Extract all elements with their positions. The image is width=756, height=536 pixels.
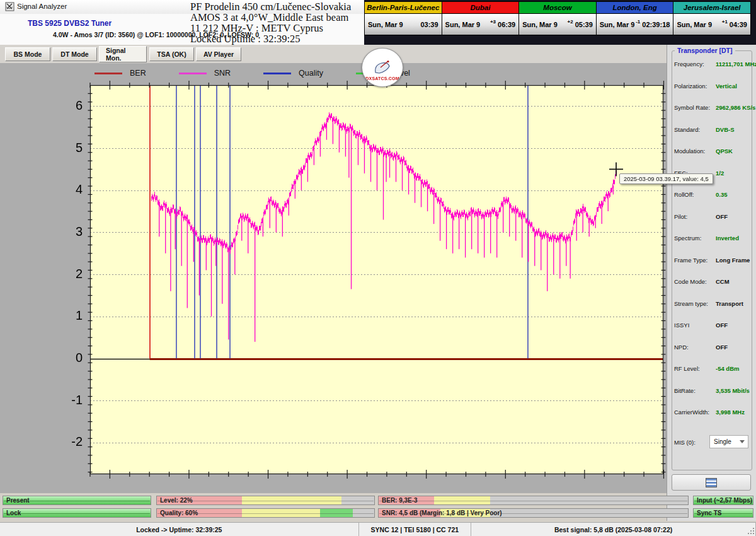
window-title: Signal Analyzer: [17, 3, 67, 10]
transponder-row-value: DVB-S: [716, 126, 735, 133]
meter-label: SNR: 4,5 dB (Margin: 1,8 dB | Very Poor): [382, 510, 502, 516]
transponder-row-value: Vertical: [716, 83, 737, 90]
meter-label: Quality: 60%: [160, 510, 198, 516]
status-green-bar: Lock: [3, 508, 151, 518]
transponder-row: Spectrum:Inverted: [674, 235, 751, 257]
statusbar-text: Locked -> Uptime: 32:39:25: [136, 526, 222, 533]
transponder-row-label: RF Level:: [674, 365, 700, 372]
transponder-row: RF Level:-54 dBm: [674, 365, 751, 387]
clock-date: Sun, Mar 9: [368, 21, 418, 28]
tab-dt-mode[interactable]: DT Mode: [52, 47, 97, 61]
transponder-row: Standard:DVB-S: [674, 126, 751, 148]
status-green-bar: Sync TS: [693, 508, 753, 518]
mis-row: MIS (0): Single: [674, 435, 751, 450]
transponder-row-label: Pilot:: [674, 213, 687, 220]
clock-body: Sun, Mar 9-102:39:18: [597, 14, 673, 35]
legend-label: BER: [130, 69, 146, 78]
transponder-rows: Frequency:11211,701 MHzPolarization:Vert…: [674, 61, 751, 431]
transponder-row-label: Modulation:: [674, 148, 705, 154]
transponder-row: CarrierWidth:3,998 MHz: [674, 409, 751, 431]
transponder-row-label: Spectrum:: [674, 235, 701, 242]
transponder-row-value: Transport: [716, 300, 743, 307]
statusbar: Locked -> Uptime: 32:39:25SYNC 12 | TEI …: [0, 522, 756, 536]
status-green-bar: Present: [3, 496, 151, 505]
clock-time: 06:39: [498, 21, 515, 28]
mis-selected-value: Single: [710, 438, 740, 445]
clock-time: 03:39: [420, 21, 438, 28]
tab-tsa-ok-[interactable]: TSA (OK): [149, 47, 194, 61]
transponder-row: BitRate:3,535 Mbit/s: [674, 387, 751, 409]
transponder-row-label: BitRate:: [674, 387, 696, 394]
clock-offset: +1: [722, 19, 728, 25]
legend-swatch: [94, 73, 122, 74]
clock-offset: +3: [490, 19, 496, 25]
meter-label: Level: 22%: [160, 497, 193, 504]
transponder-row-value: -54 dBm: [716, 365, 739, 372]
clock-city: London, Eng: [597, 2, 673, 14]
transponder-row-value: OFF: [716, 213, 728, 220]
transponder-row-label: RollOff:: [674, 191, 694, 198]
meter-midline: [379, 501, 687, 501]
transponder-row: Modulation:QPSK: [674, 148, 751, 170]
snapshot-button[interactable]: [672, 474, 751, 491]
transponder-row: Code Mode:CCM: [674, 278, 751, 300]
transponder-row: Polarization:Vertical: [674, 83, 751, 105]
legend-label: Quality: [299, 69, 323, 78]
transponder-row-label: CarrierWidth:: [674, 409, 709, 416]
transponder-title: Transponder [DT]: [675, 47, 735, 54]
tab-signal-mon-[interactable]: Signal Mon.: [99, 46, 147, 62]
clock-time: 04:39: [730, 21, 747, 28]
resize-grip[interactable]: [747, 527, 755, 535]
tab-bar: BS ModeDT ModeSignal Mon.TSA (OK)AV Play…: [0, 45, 667, 63]
transponder-row: ISSYIOFF: [674, 322, 751, 344]
annotation-line: 11 212 MHz-V : METV Cyprus: [190, 23, 351, 33]
transponder-row-label: Stream type:: [674, 300, 708, 307]
transponder-row-value: OFF: [716, 322, 728, 329]
statusbar-section: SYNC 12 | TEI 5180 | CC 721: [359, 523, 472, 536]
transponder-row: Pilot:OFF: [674, 213, 751, 235]
transponder-row: Stream type:Transport: [674, 300, 751, 322]
clock-cell: Jerusalem-IsraelSun, Mar 9+104:39: [673, 2, 750, 35]
meter-bar: BER: 9,3E-3: [378, 496, 689, 505]
transponder-row-value: 2962,986 KS/s: [716, 104, 755, 111]
mis-select[interactable]: Single: [709, 435, 748, 448]
transponder-row-label: Frequency:: [674, 61, 704, 67]
clock-date: Sun, Mar 9: [600, 21, 636, 28]
transponder-row-label: NPD:: [674, 344, 689, 351]
clock-offset: -1: [636, 19, 640, 25]
transponder-row-value: 3,998 MHz: [716, 409, 745, 416]
annotation-block: PF Prodelin 450 cm/Lučenec-Slovakia AMOS…: [190, 1, 351, 44]
tab-bs-mode[interactable]: BS Mode: [5, 47, 50, 61]
transponder-row-label: Symbol Rate:: [674, 104, 710, 111]
status-green-bar: Input (~2,57 Mbps): [693, 496, 753, 505]
transponder-row-value: Long Frame: [716, 257, 750, 264]
tab-av-player[interactable]: AV Player: [196, 47, 241, 61]
chart-tooltip: 2025-03-09 03.39.17, value: 4,5: [619, 173, 713, 184]
clock-city: Moscow: [519, 2, 596, 14]
clock-city: Dubai: [442, 2, 519, 14]
clock-body: Sun, Mar 903:39: [365, 14, 442, 35]
meter-bar: SNR: 4,5 dB (Margin: 1,8 dB | Very Poor): [378, 508, 689, 518]
transponder-row-label: Polarization:: [674, 83, 707, 90]
meter-label: Present: [6, 497, 30, 504]
clock-date: Sun, Mar 9: [445, 21, 490, 28]
meter-bar: Level: 22%: [156, 496, 375, 505]
clock-date: Sun, Mar 9: [677, 21, 721, 28]
statusbar-section: Best signal: 5,8 dB (2025-03-08 07:22): [471, 523, 756, 536]
statusbar-section: Locked -> Uptime: 32:39:25: [0, 523, 359, 536]
meter-label: Input (~2,57 Mbps): [697, 497, 752, 504]
clock-time: 05:39: [575, 21, 593, 28]
transponder-row-label: Frame Type:: [674, 257, 707, 264]
meter-label: BER: 9,3E-3: [382, 497, 418, 504]
snr-chart[interactable]: [0, 81, 667, 493]
meter-label: Lock: [6, 510, 21, 516]
legend-swatch: [179, 73, 207, 74]
clock-body: Sun, Mar 9+205:39: [519, 14, 596, 35]
dxsatcs-logo: DXSATCS.COM: [362, 48, 403, 87]
legend-item-ber: BER: [94, 69, 146, 78]
annotation-line: Locked Uptime : 32:39:25: [190, 33, 351, 44]
annotation-line: AMOS 3 at 4,0°W_Middle East beam: [190, 12, 351, 23]
transponder-row-label: ISSYI: [674, 322, 689, 329]
clock-body: Sun, Mar 9+306:39: [442, 14, 519, 35]
transponder-row-value: QPSK: [716, 148, 733, 154]
